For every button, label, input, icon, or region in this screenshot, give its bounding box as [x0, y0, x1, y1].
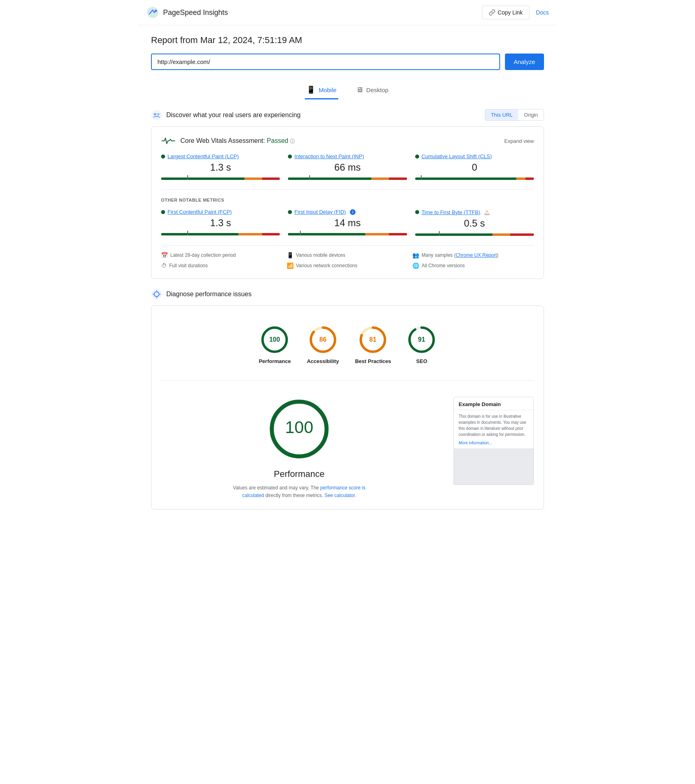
footer-item-0: 📅 Latest 28-day collection period [161, 252, 283, 258]
perf-detail-section: 100 Performance Values are estimated and… [161, 389, 534, 499]
cwv-status: Passed [267, 137, 288, 144]
accessibility-label: Accessibility [307, 358, 339, 364]
primary-metrics-grid: Largest Contentful Paint (LCP) 1.3 s Int… [161, 153, 534, 181]
analyze-button[interactable]: Analyze [505, 54, 544, 70]
ttfb-metric: Time to First Byte (TTFB) ⚠ 0.5 s [415, 209, 534, 237]
logo-area: PageSpeed Insights [146, 6, 228, 19]
diagnose-header: Diagnose performance issues [151, 289, 544, 300]
copy-link-button[interactable]: Copy Link [482, 6, 530, 19]
docs-link[interactable]: Docs [536, 9, 549, 16]
tab-mobile[interactable]: 📱 Mobile [305, 81, 338, 99]
tab-mobile-label: Mobile [319, 87, 336, 93]
report-title: Report from Mar 12, 2024, 7:51:19 AM [151, 35, 544, 45]
calculator-link[interactable]: See calculator. [325, 493, 356, 498]
footer-item-2: 👥 Many samples (Chrome UX Report) [412, 252, 534, 258]
seo-label: SEO [416, 358, 427, 364]
url-origin-toggle: This URL Origin [485, 109, 544, 121]
inp-label[interactable]: Interaction to Next Paint (INP) [288, 153, 407, 159]
footer-text-0: Latest 28-day collection period [170, 252, 236, 258]
performance-circle: 100 [260, 325, 289, 354]
performance-label: Performance [259, 358, 291, 364]
perf-note-text: Values are estimated and may vary. The [233, 485, 321, 491]
mobile-devices-icon: 📱 [287, 252, 294, 258]
mobile-icon: 📱 [306, 85, 315, 94]
svg-point-2 [151, 110, 162, 120]
cwv-title-area: Core Web Vitals Assessment: Passed ⓘ [161, 136, 295, 145]
accessibility-circle: 86 [308, 325, 337, 354]
score-accessibility[interactable]: 86 Accessibility [307, 325, 339, 364]
origin-toggle[interactable]: Origin [518, 109, 544, 120]
other-metrics-label: OTHER NOTABLE METRICS [161, 198, 534, 202]
seo-circle: 91 [407, 325, 436, 354]
best-practices-label: Best Practices [355, 358, 391, 364]
copy-link-label: Copy Link [498, 9, 523, 16]
header-actions: Copy Link Docs [482, 6, 549, 19]
perf-left: 100 Performance Values are estimated and… [161, 397, 437, 499]
more-info-link[interactable]: More information... [454, 441, 534, 448]
cwv-card: Core Web Vitals Assessment: Passed ⓘ Exp… [151, 126, 544, 279]
svg-text:100: 100 [269, 336, 280, 343]
calendar-icon: 📅 [161, 252, 168, 258]
lcp-bar [161, 176, 280, 181]
cwv-section-title: Discover what your real users are experi… [151, 109, 300, 121]
cls-dot [415, 155, 419, 159]
lcp-dot [161, 155, 165, 159]
footer-text-3: Full visit durations [169, 263, 208, 268]
desktop-icon: 🖥 [356, 86, 363, 94]
url-row: Analyze [151, 54, 544, 70]
link-icon [489, 9, 495, 16]
preview-gray-block [454, 448, 534, 485]
ttfb-label[interactable]: Time to First Byte (TTFB) ⚠ [415, 209, 534, 215]
scores-row: 100 Performance 86 Accessibility [161, 316, 534, 372]
fcp-bar [161, 232, 280, 237]
cls-value: 0 [415, 162, 534, 173]
expand-view-link[interactable]: Expand view [504, 138, 534, 144]
users-icon [151, 109, 162, 121]
perf-title: Performance [274, 469, 325, 479]
cls-metric: Cumulative Layout Shift (CLS) 0 [415, 153, 534, 181]
diagnose-title: Diagnose performance issues [166, 291, 252, 298]
fcp-metric: First Contentful Paint (FCP) 1.3 s [161, 209, 280, 237]
cls-label[interactable]: Cumulative Layout Shift (CLS) [415, 153, 534, 159]
network-icon: 📶 [287, 262, 294, 269]
diagnose-section: Diagnose performance issues 100 Performa… [151, 289, 544, 510]
svg-text:86: 86 [319, 336, 327, 343]
score-best-practices[interactable]: 81 Best Practices [355, 325, 391, 364]
footer-item-1: 📱 Various mobile devices [287, 252, 408, 258]
svg-point-0 [147, 7, 158, 18]
timer-icon: ⏱ [161, 262, 167, 269]
footer-item-3: ⏱ Full visit durations [161, 262, 283, 269]
cwv-help-icon[interactable]: ⓘ [290, 138, 295, 144]
ttfb-value: 0.5 s [415, 218, 534, 229]
cls-bar [415, 176, 534, 181]
best-practices-circle: 81 [358, 325, 387, 354]
url-input[interactable] [151, 54, 500, 70]
fid-value: 14 ms [288, 217, 407, 229]
pagespeed-logo [146, 6, 159, 19]
footer-item-4: 📶 Various network connections [287, 262, 408, 269]
big-performance-circle: 100 [267, 397, 331, 461]
lcp-metric: Largest Contentful Paint (LCP) 1.3 s [161, 153, 280, 181]
fid-metric: First Input Delay (FID) i 14 ms [288, 209, 407, 237]
chrome-ux-link[interactable]: Chrome UX Report [456, 252, 497, 258]
tab-desktop-label: Desktop [366, 87, 389, 93]
lcp-label[interactable]: Largest Contentful Paint (LCP) [161, 153, 280, 159]
score-seo[interactable]: 91 SEO [407, 325, 436, 364]
fid-bar [288, 232, 407, 237]
svg-point-3 [154, 113, 156, 116]
scores-divider [161, 380, 534, 381]
score-performance[interactable]: 100 Performance [259, 325, 291, 364]
diagnose-icon [151, 289, 162, 300]
tab-desktop[interactable]: 🖥 Desktop [354, 81, 390, 99]
people-icon: 👥 [412, 252, 419, 258]
fcp-label[interactable]: First Contentful Paint (FCP) [161, 209, 280, 215]
svg-text:91: 91 [418, 336, 425, 343]
svg-text:100: 100 [285, 418, 313, 437]
metrics-divider [161, 189, 534, 190]
fid-info-icon[interactable]: i [350, 209, 356, 215]
fid-label[interactable]: First Input Delay (FID) i [288, 209, 407, 215]
main-content: Report from Mar 12, 2024, 7:51:19 AM Ana… [138, 25, 557, 529]
this-url-toggle[interactable]: This URL [485, 109, 518, 120]
inp-bar [288, 176, 407, 181]
lcp-value: 1.3 s [161, 162, 280, 173]
